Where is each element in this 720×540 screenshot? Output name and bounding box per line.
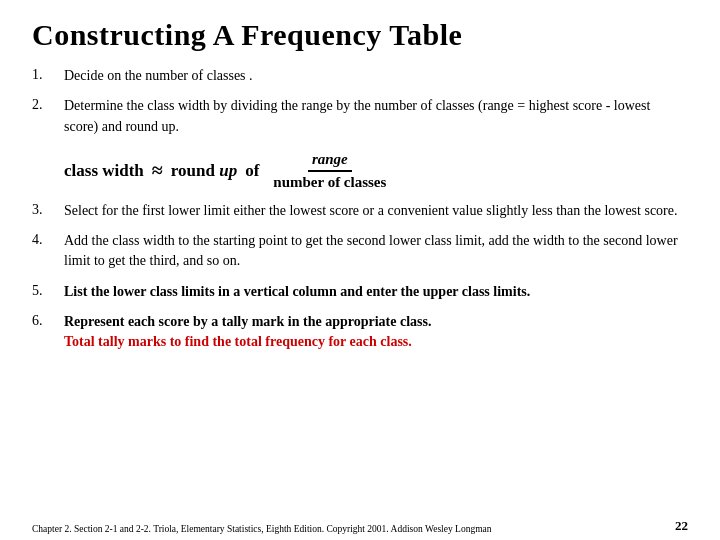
formula-of-text: of <box>245 161 259 181</box>
footer-page-number: 22 <box>675 518 688 534</box>
page: Constructing A Frequency Table 1. Decide… <box>0 0 720 540</box>
item-number-4: 4. <box>32 231 64 248</box>
formula-fraction: range number of classes <box>269 151 390 191</box>
item-text-6-part1: Represent each score by a tally mark in … <box>64 314 431 329</box>
page-title: Constructing A Frequency Table <box>32 18 688 52</box>
item-text-4: Add the class width to the starting poin… <box>64 231 688 272</box>
list-item-6: 6. Represent each score by a tally mark … <box>32 312 688 353</box>
item-number-5: 5. <box>32 282 64 299</box>
footer: Chapter 2. Section 2-1 and 2-2. Triola, … <box>32 518 688 534</box>
formula-up-text: up <box>219 161 237 180</box>
list-item-3: 3. Select for the first lower limit eith… <box>32 201 688 221</box>
fraction-numerator: range <box>308 151 352 172</box>
formula-row: class width ≈ round up of range number o… <box>64 151 688 191</box>
item-text-6: Represent each score by a tally mark in … <box>64 312 431 353</box>
item-number-1: 1. <box>32 66 64 83</box>
list-item-1: 1. Decide on the number of classes . <box>32 66 688 86</box>
item-text-1: Decide on the number of classes . <box>64 66 253 86</box>
footer-citation: Chapter 2. Section 2-1 and 2-2. Triola, … <box>32 524 492 534</box>
formula-approx-symbol: ≈ <box>152 159 163 182</box>
formula-class-width: class width <box>64 161 144 181</box>
item-text-3: Select for the first lower limit either … <box>64 201 678 221</box>
item-text-2: Determine the class width by dividing th… <box>64 96 688 137</box>
item-number-2: 2. <box>32 96 64 113</box>
item-number-6: 6. <box>32 312 64 329</box>
item-text-6-part2: Total tally marks to find the total freq… <box>64 334 412 349</box>
list-item-4: 4. Add the class width to the starting p… <box>32 231 688 272</box>
list-item-2: 2. Determine the class width by dividing… <box>32 96 688 137</box>
formula-round-text: round up <box>171 161 237 181</box>
list-item-5: 5. List the lower class limits in a vert… <box>32 282 688 302</box>
item-number-3: 3. <box>32 201 64 218</box>
fraction-denominator: number of classes <box>269 172 390 191</box>
item-text-5: List the lower class limits in a vertica… <box>64 282 530 302</box>
